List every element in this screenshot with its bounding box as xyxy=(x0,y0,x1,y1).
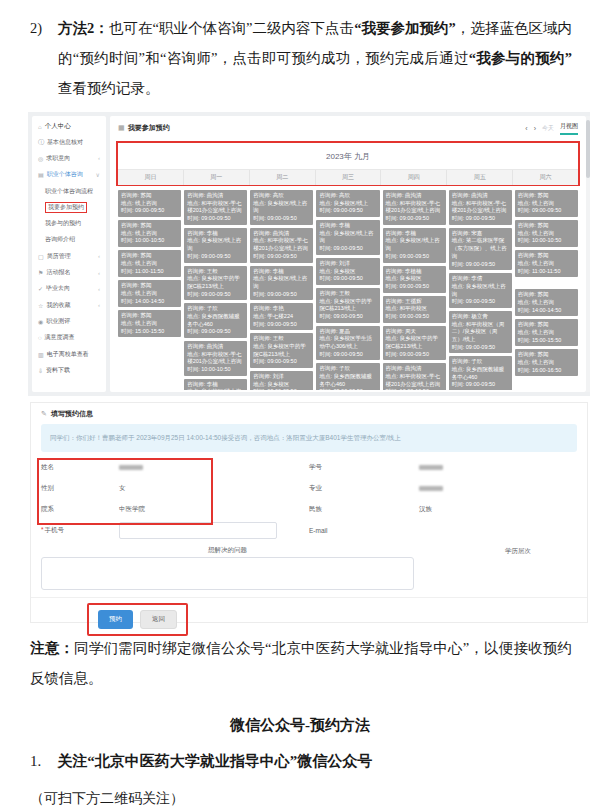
sidebar-item[interactable]: 咨询师介绍 xyxy=(32,232,106,248)
appointment-slot[interactable]: 咨询师: 王毅地点: 良乡校区中药学院C栋213/线上时间: 09:00-09:… xyxy=(250,333,313,368)
sidebar-item-label: 咨询师介绍 xyxy=(45,235,75,244)
appointment-slot[interactable]: 咨询师: 刘洋地点: 良乡校区时间: 09:00-09:50 xyxy=(316,258,379,285)
sidebar-item[interactable]: 我要参加预约 xyxy=(32,199,106,215)
slot-counselor: 咨询师: 子欣 xyxy=(319,365,376,373)
appointment-slot[interactable]: 咨询师: 子欣地点: 良乡西院教辅服务中心460时间: 09:00-09:50 xyxy=(316,363,379,390)
scrollbar[interactable] xyxy=(586,116,590,392)
slot-counselor: 咨询师: 曲沟清 xyxy=(452,192,509,200)
appointment-slot[interactable]: 咨询师: 王毅地点: 良乡校区中药学院C栋213/线上时间: 09:00-09:… xyxy=(316,288,379,323)
appointment-slot[interactable]: 咨询师: 苏闻地点: 线上咨询时间: 11:00-11:50 xyxy=(118,250,181,277)
slot-time: 时间: 14:00-14:50 xyxy=(518,307,575,315)
appointment-slot[interactable]: 咨询师: 苏闻地点: 线上咨询时间: 16:00-16:50 xyxy=(515,349,578,376)
back-button[interactable]: 返回 xyxy=(140,610,177,629)
appointment-slot[interactable]: 咨询师: 李艳地点: 学七楼224时间: 09:00-09:50 xyxy=(250,303,313,330)
submit-button[interactable]: 预约 xyxy=(98,610,133,629)
appointment-slot[interactable]: 咨询师: 苏闻地点: 线上咨询时间: 10:00-10:50 xyxy=(515,220,578,247)
slot-location: 地点: 良乡校区学生活动中心306/线上 xyxy=(319,335,376,350)
sidebar-item[interactable]: 职业个体咨询流程 xyxy=(32,183,106,199)
appointment-slot[interactable]: 咨询师: 苏闻地点: 线上咨询时间: 15:00-15:50 xyxy=(515,319,578,346)
text-segment: “我要参加预约” xyxy=(354,20,456,36)
section-heading: 微信公众号-预约方法 xyxy=(0,716,600,735)
sidebar-item[interactable]: ⚑活动报名‹ xyxy=(32,264,106,280)
sidebar-title[interactable]: ⌂ 个人中心 xyxy=(32,119,106,134)
appointment-slot[interactable]: 咨询师: 李楠地点: 良乡校区/线上咨询时间: 10:00-10:50 xyxy=(184,379,247,390)
slot-location: 地点: 良乡西院教辅服务中心460 xyxy=(452,366,509,381)
calendar-column: 咨询师: 曲沟清地点: 和平街校区-学七楼201办公室/线上咨询时间: 09:0… xyxy=(383,190,446,390)
sidebar-item[interactable]: ☆我的收藏‹ xyxy=(32,297,106,313)
slot-counselor: 咨询师: 王循辉 xyxy=(386,298,443,306)
calendar-panel: ▦ 我要参加预约 ‹ › 今天 月视图 2023年 九月 周日周一周二周三周四周… xyxy=(110,116,586,392)
appointment-slot[interactable]: 咨询师: 曲沟清地点: 和平街校区-学七楼201办公室/线上咨询时间: 09:0… xyxy=(184,190,247,225)
slot-time: 时间: 09:00-09:50 xyxy=(386,283,443,291)
slot-time: 时间: 16:00-16:50 xyxy=(518,367,575,375)
sidebar-item[interactable]: ⇩资料下载 xyxy=(32,362,106,378)
field-label: *手机号 xyxy=(41,526,119,535)
sidebar-item[interactable]: ◎求职意向‹ xyxy=(32,150,106,166)
appointment-slot[interactable]: 咨询师: 高欣地点: 良乡校区/线上时间: 09:00-09:50 xyxy=(316,190,379,217)
text-segment: 注意： xyxy=(30,640,74,656)
appointment-slot[interactable]: 咨询师: 李楠地点: 良乡校区/线上咨询时间: 09:00-09:50 xyxy=(250,266,313,301)
redacted-value xyxy=(419,465,443,470)
slot-location: 地点: 良乡校区中药学院C栋213/线上 xyxy=(386,335,443,350)
form-row: *手机号 xyxy=(41,520,309,541)
sidebar-item[interactable]: ◉职业测评 xyxy=(32,313,106,329)
appointment-slot[interactable]: 咨询师: 曲沟清地点: 和平街校区-学七楼201办公室/线上咨询时间: 09:0… xyxy=(449,190,512,225)
prev-month-button[interactable]: ‹ xyxy=(525,125,527,132)
appointment-slot[interactable]: 咨询师: 苏闻地点: 线上咨询时间: 10:00-10:50 xyxy=(118,220,181,247)
appointment-slot[interactable]: 咨询师: 李植楠地点: 良乡校区时间: 09:00-09:50 xyxy=(383,266,446,293)
slot-counselor: 咨询师: 苏闻 xyxy=(121,252,178,260)
sidebar-item[interactable]: ▥电子离校单查看 xyxy=(32,346,106,362)
appointment-slot[interactable]: 咨询师: 子欣地点: 良乡西院教辅服务中心460时间: 09:00-09:50 xyxy=(184,303,247,338)
form-row: E-mail xyxy=(309,520,577,541)
sidebar-item[interactable]: 我参与的预约 xyxy=(32,215,106,231)
appointment-slot[interactable]: 咨询师: 苏闻地点: 线上咨询时间: 11:00-11:50 xyxy=(515,250,578,277)
appointment-slot[interactable]: 咨询师: 李楠地点: 良乡校区/线上咨询时间: 09:00-09:50 xyxy=(383,228,446,263)
slot-time: 时间: 10:00-10:50 xyxy=(518,237,575,245)
appointment-slot[interactable]: 咨询师: 周天地点: 良乡校区中药学院C栋213/线上时间: 09:00-09:… xyxy=(383,326,446,361)
slot-counselor: 咨询师: 李楠 xyxy=(253,268,310,276)
appointment-slot[interactable]: 咨询师: 苏闻地点: 线上咨询时间: 14:00-14:50 xyxy=(515,289,578,316)
appointment-slot[interactable]: 咨询师: 曲沟清地点: 和平街校区-学七楼201办公室/线上咨询时间: 09:0… xyxy=(250,228,313,263)
next-month-button[interactable]: › xyxy=(534,125,536,132)
appointment-slot[interactable]: 咨询师: 曲沟清地点: 和平街校区-学七楼201办公室/线上咨询时间: 10:0… xyxy=(184,341,247,376)
appointment-slot[interactable]: 咨询师: 苏闻地点: 线上咨询时间: 09:00-09:50 xyxy=(515,190,578,217)
sidebar-item-label: 求职意向 xyxy=(46,154,70,163)
sidebar-item[interactable]: ⓘ基本信息核对 xyxy=(32,134,106,150)
required-asterisk: * xyxy=(41,526,44,533)
appointment-slot[interactable]: 咨询师: 李楠地点: 良乡校区/线上咨询时间: 09:00-09:50 xyxy=(184,228,247,263)
slot-counselor: 咨询师: 苏闻 xyxy=(121,192,178,200)
appointment-slot[interactable]: 咨询师: 李楠地点: 良乡校区/线上咨询时间: 09:00-09:50 xyxy=(316,220,379,255)
scrollbar-thumb[interactable] xyxy=(586,120,590,178)
appointment-slot[interactable]: 咨询师: 曲沟清地点: 和平街校区-学七楼201办公室/线上咨询时间: 09:0… xyxy=(383,190,446,225)
today-button[interactable]: 今天 xyxy=(542,124,554,133)
appointment-slot[interactable]: 咨询师: 刘洋地点: 良乡校区时间: 09:00-09:50 xyxy=(250,371,313,390)
sidebar-item[interactable]: ▢简历管理‹ xyxy=(32,248,106,264)
appointment-slot[interactable]: 咨询师: 高欣地点: 良乡校区/线上咨询时间: 09:00-09:50 xyxy=(250,190,313,225)
appointment-slot[interactable]: 咨询师: 宋嘉地点: 第二临床医学院（东方医院）、线上咨询时间: 09:00-0… xyxy=(449,228,512,270)
sidebar-item[interactable]: ◌满意度调查 xyxy=(32,330,106,346)
phone-input[interactable] xyxy=(119,522,277,539)
appointment-slot[interactable]: 咨询师: 苏闻地点: 线上咨询时间: 15:00-15:50 xyxy=(118,310,181,337)
question-textarea[interactable] xyxy=(41,557,414,590)
slot-time: 时间: 09:00-09:50 xyxy=(452,344,509,352)
appointment-slot[interactable]: 咨询师: 夏晶地点: 良乡校区学生活动中心306/线上时间: 09:00-09:… xyxy=(316,326,379,361)
slot-time: 时间: 09:00-09:50 xyxy=(386,313,443,321)
sidebar-item[interactable]: ✓毕业去向‹ xyxy=(32,281,106,297)
slot-counselor: 咨询师: 苏闻 xyxy=(518,291,575,299)
sidebar-item-label: 我的收藏 xyxy=(46,301,70,310)
appointment-slot[interactable]: 咨询师: 王循辉地点: 和平街校区时间: 09:00-09:50 xyxy=(383,296,446,323)
appointment-slot[interactable]: 咨询师: 苏闻地点: 线上咨询时间: 14:00-14:50 xyxy=(118,280,181,307)
appointment-slot[interactable]: 咨询师: 杨立青地点: 和平街校区（周二）/良乡校区（周五）/线上时间: 09:… xyxy=(449,311,512,353)
slot-time: 时间: 09:00-09:50 xyxy=(253,321,310,329)
appointment-slot[interactable]: 咨询师: 李倩地点: 良乡校区/线上咨询时间: 09:00-09:50 xyxy=(449,273,512,308)
month-view-tab[interactable]: 月视图 xyxy=(560,122,578,135)
menu-icon: ⓘ xyxy=(38,138,44,147)
appointment-slot[interactable]: 咨询师: 苏闻地点: 线上咨询时间: 09:00-09:50 xyxy=(118,190,181,217)
sidebar-item[interactable]: ▤职业个体咨询∨ xyxy=(32,167,106,183)
slot-time: 时间: 09:00-09:50 xyxy=(253,291,310,299)
appointment-slot[interactable]: 咨询师: 曲沟清地点: 和平街校区-学七楼201办公室/线上咨询时间: 10:0… xyxy=(383,363,446,390)
appointment-slot[interactable]: 咨询师: 子欣地点: 良乡西院教辅服务中心460时间: 09:00-09:50 xyxy=(449,356,512,390)
form-row: 民族汉族 xyxy=(309,499,577,520)
appointment-slot[interactable]: 咨询师: 王毅地点: 良乡校区中药学院C栋213/线上时间: 09:00-09:… xyxy=(184,266,247,301)
slot-time: 时间: 09:00-09:50 xyxy=(253,358,310,366)
